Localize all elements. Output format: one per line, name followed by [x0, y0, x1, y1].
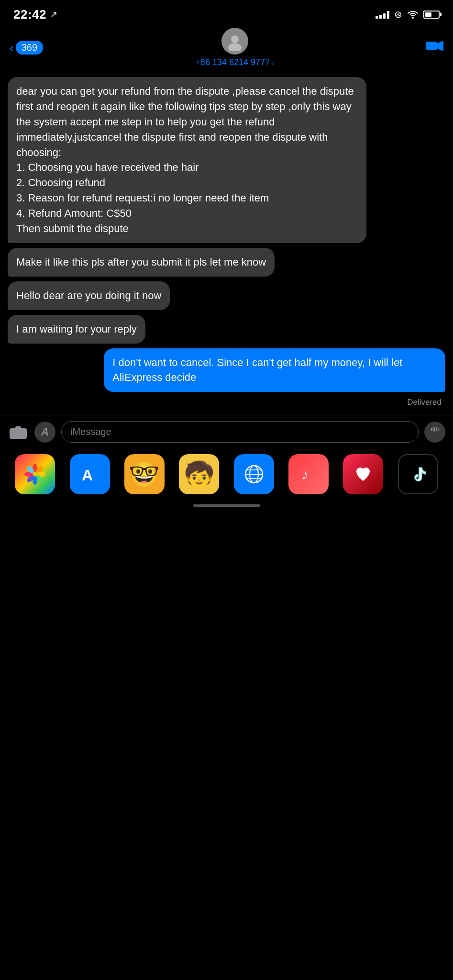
camera-button[interactable]	[8, 422, 29, 443]
nav-back-button[interactable]: ‹ 369	[10, 41, 43, 55]
location-icon: ↗	[50, 9, 57, 20]
incoming-bubble: Make it like this pls after you submit i…	[8, 248, 275, 277]
status-icons: ⊛	[376, 9, 440, 20]
svg-rect-12	[438, 428, 439, 431]
input-bar: A	[0, 415, 453, 448]
delivered-label: Delivered	[8, 398, 445, 407]
apps-button[interactable]: A	[34, 422, 55, 443]
dock-memoji1-icon[interactable]: 🤓	[124, 454, 165, 494]
incoming-bubble: I am waiting for your reply	[8, 315, 145, 344]
dock-heart-icon[interactable]	[343, 454, 383, 494]
contact-name[interactable]: +86 134 6214 9777 ›	[195, 57, 274, 67]
dock-area: A 🤓 🧒 ♪	[0, 448, 453, 498]
signal-icon	[376, 10, 389, 19]
message-input[interactable]	[61, 421, 419, 443]
svg-point-0	[231, 35, 239, 43]
dock-row: A 🤓 🧒 ♪	[10, 454, 443, 494]
dock-music-icon[interactable]: ♪	[288, 454, 329, 494]
battery-icon	[423, 11, 440, 19]
message-row: Hello dear are you doing it now	[8, 281, 445, 310]
dock-photos-icon[interactable]	[15, 454, 55, 494]
status-bar: 22:42 ↗ ⊛	[0, 0, 453, 26]
svg-marker-3	[437, 41, 443, 51]
svg-point-1	[228, 43, 242, 51]
dock-memoji2-icon[interactable]: 🧒	[179, 454, 219, 494]
incoming-bubble: dear you can get your refund from the di…	[8, 77, 366, 243]
message-row: I am waiting for your reply	[8, 315, 445, 344]
svg-rect-7	[15, 426, 21, 429]
svg-rect-2	[426, 42, 437, 50]
contact-avatar	[221, 28, 248, 55]
messages-area: dear you can get your refund from the di…	[0, 72, 453, 415]
home-indicator	[0, 498, 453, 512]
audio-button[interactable]	[424, 422, 445, 443]
wifi-icon-svg	[407, 10, 419, 19]
nav-bar: ‹ 369 +86 134 6214 9777 ›	[0, 26, 453, 72]
apps-label: A	[41, 426, 49, 438]
svg-text:♪: ♪	[301, 467, 309, 482]
svg-text:A: A	[82, 467, 93, 484]
svg-rect-9	[433, 427, 434, 431]
back-chevron-icon: ‹	[10, 42, 14, 54]
incoming-bubble: Hello dear are you doing it now	[8, 281, 170, 310]
dock-appstore-icon[interactable]: A	[70, 454, 110, 494]
contact-chevron-icon: ›	[272, 59, 274, 67]
video-call-button[interactable]	[426, 40, 443, 56]
wifi-icon: ⊛	[394, 9, 402, 20]
svg-rect-11	[436, 427, 437, 431]
svg-rect-8	[431, 428, 432, 431]
back-badge[interactable]: 369	[16, 41, 43, 55]
message-row: Make it like this pls after you submit i…	[8, 248, 445, 277]
dock-tiktok-icon[interactable]	[398, 454, 438, 494]
dock-web-icon[interactable]	[234, 454, 274, 494]
svg-rect-10	[434, 427, 435, 432]
svg-point-6	[16, 432, 20, 435]
nav-center[interactable]: +86 134 6214 9777 ›	[195, 28, 274, 67]
message-row: dear you can get your refund from the di…	[8, 77, 445, 243]
message-row: I don't want to cancel. Since I can't ge…	[8, 348, 445, 392]
status-time: 22:42	[13, 7, 46, 22]
home-bar	[193, 504, 260, 507]
outgoing-bubble: I don't want to cancel. Since I can't ge…	[104, 348, 445, 392]
